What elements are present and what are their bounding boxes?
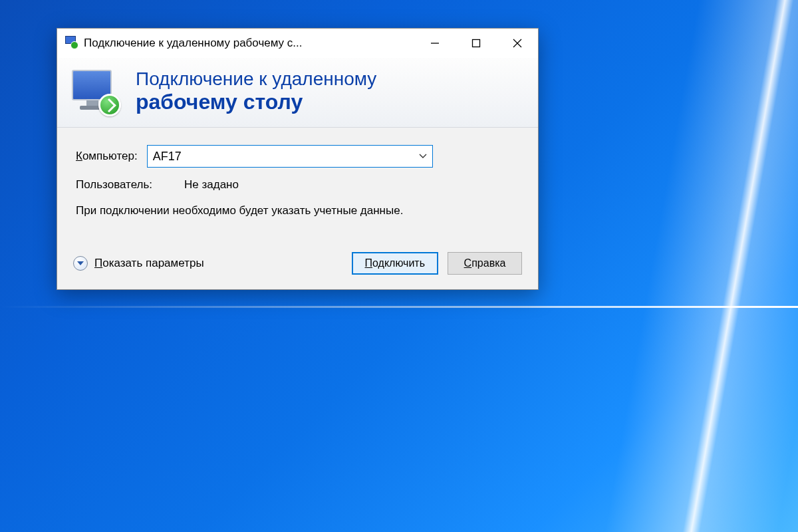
show-options-label: Показать параметры bbox=[94, 257, 204, 270]
minimize-button[interactable] bbox=[414, 29, 456, 58]
banner-line1: Подключение к удаленному bbox=[136, 68, 376, 90]
rdp-window: Подключение к удаленному рабочему с... П… bbox=[57, 28, 539, 290]
close-button[interactable] bbox=[497, 29, 538, 58]
show-options-toggle[interactable]: Показать параметры bbox=[73, 256, 204, 271]
banner-text: Подключение к удаленному рабочему столу bbox=[136, 68, 376, 114]
info-text: При подключении необходимо будет указать… bbox=[76, 203, 519, 219]
computer-row: Компьютер: bbox=[76, 145, 519, 168]
expand-down-icon bbox=[73, 256, 88, 271]
user-value: Не задано bbox=[184, 178, 239, 192]
computer-input[interactable] bbox=[148, 146, 414, 167]
maximize-button[interactable] bbox=[456, 29, 497, 58]
rdp-banner-icon bbox=[72, 67, 124, 115]
window-title: Подключение к удаленному рабочему с... bbox=[84, 37, 414, 50]
footer: Показать параметры Подключить Справка bbox=[57, 245, 538, 289]
body-area: Компьютер: Пользователь: Не задано При п… bbox=[57, 128, 538, 245]
banner-line2: рабочему столу bbox=[136, 90, 376, 114]
computer-combobox[interactable] bbox=[147, 145, 433, 168]
connect-button[interactable]: Подключить bbox=[352, 252, 438, 275]
desktop-light-streak bbox=[604, 0, 798, 532]
titlebar[interactable]: Подключение к удаленному рабочему с... bbox=[57, 29, 538, 58]
chevron-down-icon[interactable] bbox=[414, 146, 432, 167]
user-row: Пользователь: Не задано bbox=[76, 178, 519, 192]
user-label: Пользователь: bbox=[76, 178, 152, 192]
help-button[interactable]: Справка bbox=[448, 252, 522, 275]
banner: Подключение к удаленному рабочему столу bbox=[57, 58, 538, 128]
desktop-horizon bbox=[0, 306, 798, 308]
svg-rect-1 bbox=[473, 40, 480, 47]
computer-label: Компьютер: bbox=[76, 150, 138, 163]
rdp-app-icon bbox=[64, 36, 78, 51]
window-controls bbox=[414, 29, 538, 58]
